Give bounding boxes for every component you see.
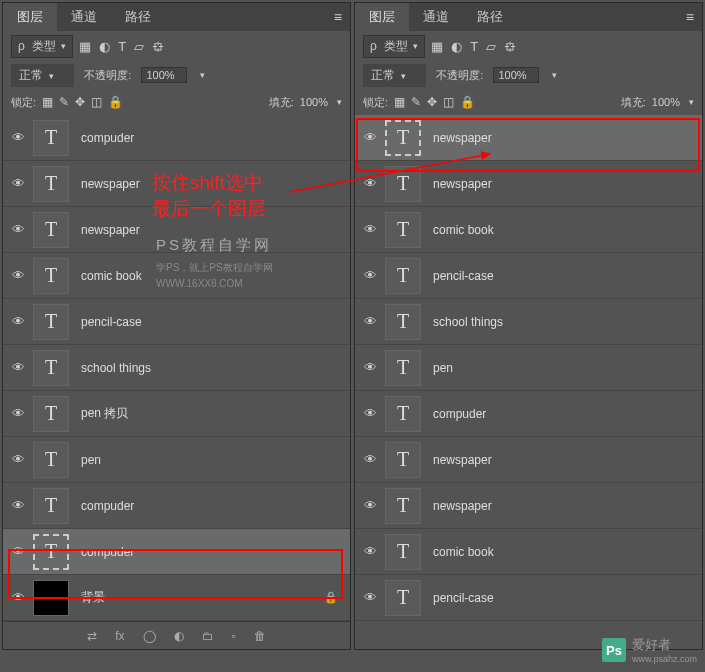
visibility-toggle[interactable]: 👁 [3, 452, 33, 467]
filter-shape-icon[interactable]: ▱ [134, 39, 144, 54]
opacity-input[interactable]: 100% [141, 67, 187, 83]
visibility-toggle[interactable]: 👁 [3, 176, 33, 191]
layer-name[interactable]: 背景 [81, 589, 105, 606]
layer-name[interactable]: pen [433, 361, 453, 375]
layer-name[interactable]: school things [433, 315, 503, 329]
visibility-toggle[interactable]: 👁 [3, 360, 33, 375]
blend-mode-select[interactable]: 正常 ▾ [11, 64, 74, 87]
layer-row[interactable]: 👁Tcomic book [355, 529, 702, 575]
layer-name[interactable]: pencil-case [433, 591, 494, 605]
new-layer-icon[interactable]: ▫ [232, 629, 236, 643]
link-layers-icon[interactable]: ⇄ [87, 629, 97, 643]
layer-name[interactable]: comic book [433, 223, 494, 237]
visibility-toggle[interactable]: 👁 [355, 360, 385, 375]
layer-name[interactable]: newspaper [81, 177, 140, 191]
layer-row[interactable]: 👁Tnewspaper [3, 161, 350, 207]
layer-name[interactable]: comic book [81, 269, 142, 283]
filter-image-icon[interactable]: ▦ [79, 39, 91, 54]
layer-name[interactable]: pen 拷贝 [81, 405, 128, 422]
lock-pixels-icon[interactable]: ▦ [394, 95, 405, 109]
visibility-toggle[interactable]: 👁 [355, 498, 385, 513]
visibility-toggle[interactable]: 👁 [355, 130, 385, 145]
lock-all-icon[interactable]: 🔒 [108, 95, 123, 109]
tab-layers[interactable]: 图层 [355, 3, 409, 31]
lock-brush-icon[interactable]: ✎ [411, 95, 421, 109]
layer-row[interactable]: 👁Tpencil-case [355, 253, 702, 299]
filter-shape-icon[interactable]: ▱ [486, 39, 496, 54]
layer-row[interactable]: 👁Tnewspaper [355, 437, 702, 483]
layer-name[interactable]: compuder [81, 131, 134, 145]
visibility-toggle[interactable]: 👁 [3, 222, 33, 237]
filter-smart-icon[interactable]: ⯐ [504, 39, 517, 54]
filter-adjust-icon[interactable]: ◐ [99, 39, 110, 54]
tab-channels[interactable]: 通道 [409, 3, 463, 31]
filter-type-icon[interactable]: T [118, 39, 126, 54]
lock-artboard-icon[interactable]: ◫ [443, 95, 454, 109]
layer-name[interactable]: newspaper [433, 131, 492, 145]
layer-row[interactable]: 👁Tnewspaper [3, 207, 350, 253]
visibility-toggle[interactable]: 👁 [3, 130, 33, 145]
fill-input[interactable]: 100% [300, 96, 328, 108]
visibility-toggle[interactable]: 👁 [355, 452, 385, 467]
visibility-toggle[interactable]: 👁 [3, 406, 33, 421]
filter-image-icon[interactable]: ▦ [431, 39, 443, 54]
background-layer[interactable]: 👁 背景 🔒 [3, 575, 350, 621]
filter-smart-icon[interactable]: ⯐ [152, 39, 165, 54]
group-icon[interactable]: 🗀 [202, 629, 214, 643]
layer-name[interactable]: newspaper [433, 499, 492, 513]
layer-row[interactable]: 👁Tpen [3, 437, 350, 483]
visibility-toggle[interactable]: 👁 [355, 590, 385, 605]
layer-row[interactable]: 👁Tnewspaper [355, 161, 702, 207]
lock-pixels-icon[interactable]: ▦ [42, 95, 53, 109]
panel-menu-icon[interactable]: ≡ [686, 9, 694, 25]
layer-row[interactable]: 👁Tcompuder [3, 483, 350, 529]
layer-row[interactable]: 👁Tpen [355, 345, 702, 391]
visibility-toggle[interactable]: 👁 [3, 498, 33, 513]
lock-position-icon[interactable]: ✥ [427, 95, 437, 109]
visibility-toggle[interactable]: 👁 [355, 406, 385, 421]
layer-row[interactable]: 👁Tcomic book [3, 253, 350, 299]
filter-type-select[interactable]: ρ 类型▾ [11, 35, 73, 58]
visibility-toggle[interactable]: 👁 [355, 268, 385, 283]
delete-icon[interactable]: 🗑 [254, 629, 266, 643]
layer-name[interactable]: comic book [433, 545, 494, 559]
layer-name[interactable]: pencil-case [433, 269, 494, 283]
tab-layers[interactable]: 图层 [3, 3, 57, 31]
layer-name[interactable]: newspaper [433, 177, 492, 191]
layer-name[interactable]: pen [81, 453, 101, 467]
visibility-toggle[interactable]: 👁 [3, 314, 33, 329]
blend-mode-select[interactable]: 正常 ▾ [363, 64, 426, 87]
tab-channels[interactable]: 通道 [57, 3, 111, 31]
layer-name[interactable]: compuder [81, 499, 134, 513]
layer-row[interactable]: 👁Tcompuder [3, 529, 350, 575]
tab-paths[interactable]: 路径 [463, 3, 517, 31]
visibility-toggle[interactable]: 👁 [3, 544, 33, 559]
opacity-input[interactable]: 100% [493, 67, 539, 83]
layer-name[interactable]: compuder [81, 545, 134, 559]
filter-type-select[interactable]: ρ 类型▾ [363, 35, 425, 58]
layer-row[interactable]: 👁Tpencil-case [3, 299, 350, 345]
layer-name[interactable]: compuder [433, 407, 486, 421]
lock-brush-icon[interactable]: ✎ [59, 95, 69, 109]
layer-row[interactable]: 👁Tcompuder [3, 115, 350, 161]
mask-icon[interactable]: ◯ [143, 629, 156, 643]
filter-adjust-icon[interactable]: ◐ [451, 39, 462, 54]
visibility-toggle[interactable]: 👁 [3, 268, 33, 283]
layer-row[interactable]: 👁Tpen 拷贝 [3, 391, 350, 437]
filter-type-icon[interactable]: T [470, 39, 478, 54]
layer-row[interactable]: 👁Tcomic book [355, 207, 702, 253]
panel-menu-icon[interactable]: ≡ [334, 9, 342, 25]
layer-row[interactable]: 👁Tcompuder [355, 391, 702, 437]
lock-artboard-icon[interactable]: ◫ [91, 95, 102, 109]
visibility-toggle[interactable]: 👁 [355, 176, 385, 191]
lock-position-icon[interactable]: ✥ [75, 95, 85, 109]
layer-row[interactable]: 👁Tschool things [355, 299, 702, 345]
layer-row[interactable]: 👁Tnewspaper [355, 115, 702, 161]
visibility-toggle[interactable]: 👁 [355, 222, 385, 237]
tab-paths[interactable]: 路径 [111, 3, 165, 31]
visibility-toggle[interactable]: 👁 [355, 544, 385, 559]
layer-row[interactable]: 👁Tschool things [3, 345, 350, 391]
layer-row[interactable]: 👁Tpencil-case [355, 575, 702, 621]
visibility-toggle[interactable]: 👁 [3, 590, 33, 605]
adjustment-icon[interactable]: ◐ [174, 629, 184, 643]
